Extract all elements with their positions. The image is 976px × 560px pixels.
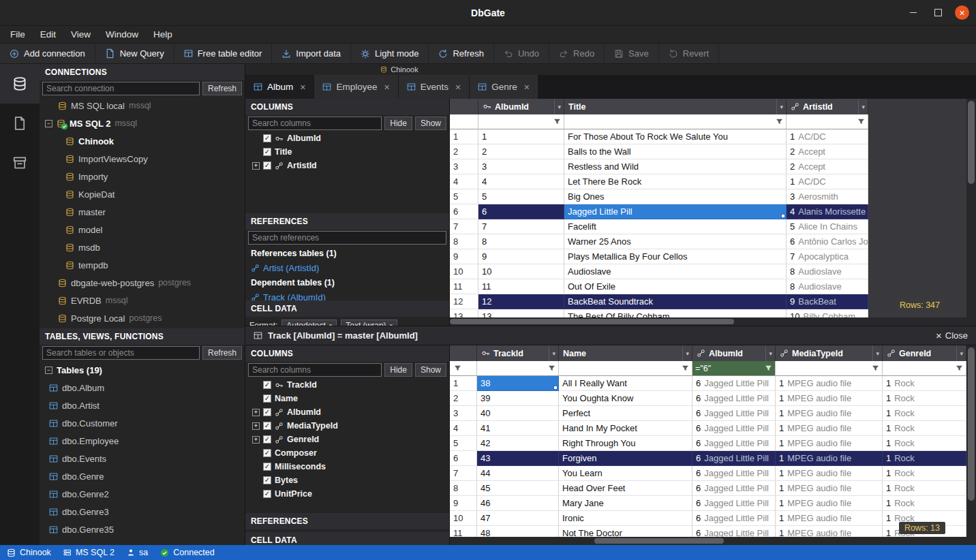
expand-icon[interactable]: [252, 409, 260, 416]
grid-cell[interactable]: 8Audioslave: [787, 264, 868, 279]
grid-cell[interactable]: Not The Doctor: [559, 526, 692, 537]
grid-cell[interactable]: 1Rock: [883, 451, 966, 466]
grid-cell[interactable]: 1Rock: [883, 406, 966, 421]
checkbox-icon[interactable]: [263, 490, 271, 498]
reference-link-artist[interactable]: Artist (ArtistId): [245, 261, 449, 275]
checkbox-icon[interactable]: [263, 408, 271, 416]
connection-item-chinook[interactable]: Chinook: [40, 132, 245, 150]
row-number[interactable]: 4: [450, 421, 477, 436]
collapse-icon[interactable]: [45, 120, 52, 127]
grid-cell[interactable]: 1MPEG audio file: [776, 406, 883, 421]
fill-handle[interactable]: [781, 214, 785, 218]
collapse-icon[interactable]: [45, 367, 52, 374]
connection-item-importy[interactable]: Importy: [40, 168, 245, 185]
grid-cell[interactable]: 9BackBeat: [787, 294, 868, 309]
reference-close-button[interactable]: Close: [936, 330, 968, 341]
row-number[interactable]: 8: [450, 481, 477, 496]
grid-cell[interactable]: 4Alanis Morissette: [787, 204, 868, 219]
tab-close-icon[interactable]: [455, 82, 461, 93]
expand-icon[interactable]: [252, 162, 260, 170]
grid-cell[interactable]: 44: [477, 466, 559, 481]
connection-item-msdb[interactable]: msdb: [40, 238, 245, 256]
row-number[interactable]: 7: [450, 466, 477, 481]
grid-cell[interactable]: 6: [478, 204, 564, 219]
grid-cell[interactable]: 1MPEG audio file: [776, 391, 883, 406]
grid-cell[interactable]: 38: [477, 376, 559, 391]
grid-cell[interactable]: Warner 25 Anos: [564, 234, 787, 249]
grid-cell[interactable]: 3: [478, 159, 564, 174]
table-item-dbo-genre3[interactable]: dbo.Genre3: [40, 503, 245, 520]
columns-search-input[interactable]: [248, 363, 382, 377]
row-number[interactable]: 4: [450, 174, 478, 189]
grid-cell[interactable]: 8: [478, 234, 564, 249]
grid-cell[interactable]: 6Jagged Little Pill: [692, 466, 776, 481]
grid-cell[interactable]: Restless and Wild: [564, 159, 787, 174]
show-button[interactable]: Show: [415, 363, 446, 377]
grid-cell[interactable]: 1Rock: [883, 481, 966, 496]
grid-cell[interactable]: 5Alice In Chains: [787, 219, 868, 234]
grid-cell[interactable]: 1MPEG audio file: [776, 421, 883, 436]
filter-artistid[interactable]: [787, 114, 868, 129]
tables-group[interactable]: Tables (19): [40, 361, 245, 379]
track-column-genreid[interactable]: GenreId: [245, 433, 449, 446]
grid-cell[interactable]: 7Apocalyptica: [787, 249, 868, 264]
expand-icon[interactable]: [252, 422, 260, 430]
hide-button[interactable]: Hide: [384, 363, 412, 377]
grid-cell[interactable]: 6Jagged Little Pill: [692, 376, 776, 391]
grid-cell[interactable]: 12: [478, 294, 564, 309]
row-number[interactable]: 12: [450, 294, 478, 309]
checkbox-icon[interactable]: [263, 476, 271, 484]
track-column-milliseconds[interactable]: Milliseconds: [245, 460, 449, 473]
activity-files[interactable]: [0, 104, 40, 143]
grid-cell[interactable]: 5: [478, 189, 564, 204]
grid-cell[interactable]: For Those About To Rock We Salute You: [564, 129, 787, 144]
tables-search-input[interactable]: [42, 346, 200, 360]
row-number[interactable]: 3: [450, 159, 478, 174]
columns-search-input[interactable]: [248, 116, 382, 130]
grid-cell[interactable]: 2Accept: [787, 144, 868, 159]
grid-cell[interactable]: 1Rock: [883, 436, 966, 451]
grid-cell[interactable]: 40: [477, 406, 559, 421]
row-number[interactable]: 5: [450, 436, 477, 451]
row-number[interactable]: 8: [450, 234, 478, 249]
grid-cell[interactable]: 1Rock: [883, 421, 966, 436]
row-number[interactable]: 11: [450, 279, 478, 294]
grid-cell[interactable]: Forgiven: [559, 451, 692, 466]
row-number[interactable]: 5: [450, 189, 478, 204]
grid-cell[interactable]: 6Jagged Little Pill: [692, 526, 776, 537]
grid-cell[interactable]: 45: [477, 481, 559, 496]
maximize-icon[interactable]: [930, 5, 945, 20]
grid-cell[interactable]: 41: [477, 421, 559, 436]
grid-cell[interactable]: Let There Be Rock: [564, 174, 787, 189]
filter-albumid[interactable]: ="6": [692, 361, 776, 376]
grid-cell[interactable]: Balls to the Wall: [564, 144, 787, 159]
new-query-button[interactable]: New Query: [95, 44, 174, 63]
grid-cell[interactable]: 6Jagged Little Pill: [692, 481, 776, 496]
row-number[interactable]: 10: [450, 511, 477, 526]
filter-mediatypeid[interactable]: [776, 361, 883, 376]
table-item-dbo-genre[interactable]: dbo.Genre: [40, 467, 245, 485]
column-header-albumid[interactable]: AlbumId: [478, 99, 564, 114]
status-database[interactable]: Chinook: [7, 548, 51, 557]
grid-cell[interactable]: Head Over Feet: [559, 481, 692, 496]
checkbox-icon[interactable]: [263, 134, 271, 142]
connection-item-ms-sql-local[interactable]: MS SQL localmssql: [40, 97, 245, 114]
vertical-scrollbar[interactable]: [966, 99, 976, 317]
wrap-select[interactable]: Text (wrap): [341, 320, 397, 326]
album-column-artistid[interactable]: ArtistId: [245, 159, 449, 172]
grid-cell[interactable]: Out Of Exile: [564, 279, 787, 294]
table-item-dbo-genre2[interactable]: dbo.Genre2: [40, 485, 245, 503]
connection-item-model[interactable]: model: [40, 221, 245, 238]
grid-cell[interactable]: You Learn: [559, 466, 692, 481]
add-connection-button[interactable]: Add connection: [0, 44, 95, 63]
grid-cell[interactable]: 10Billy Cobham: [787, 309, 868, 317]
filter-title[interactable]: [564, 114, 787, 129]
grid-cell[interactable]: 11: [478, 279, 564, 294]
grid-cell[interactable]: 1: [478, 129, 564, 144]
row-number[interactable]: 6: [450, 204, 478, 219]
grid-cell[interactable]: 6Jagged Little Pill: [692, 511, 776, 526]
table-item-dbo-album[interactable]: dbo.Album: [40, 379, 245, 396]
filter-name[interactable]: [559, 361, 692, 376]
row-number[interactable]: 6: [450, 451, 477, 466]
column-menu-icon[interactable]: [554, 99, 564, 114]
